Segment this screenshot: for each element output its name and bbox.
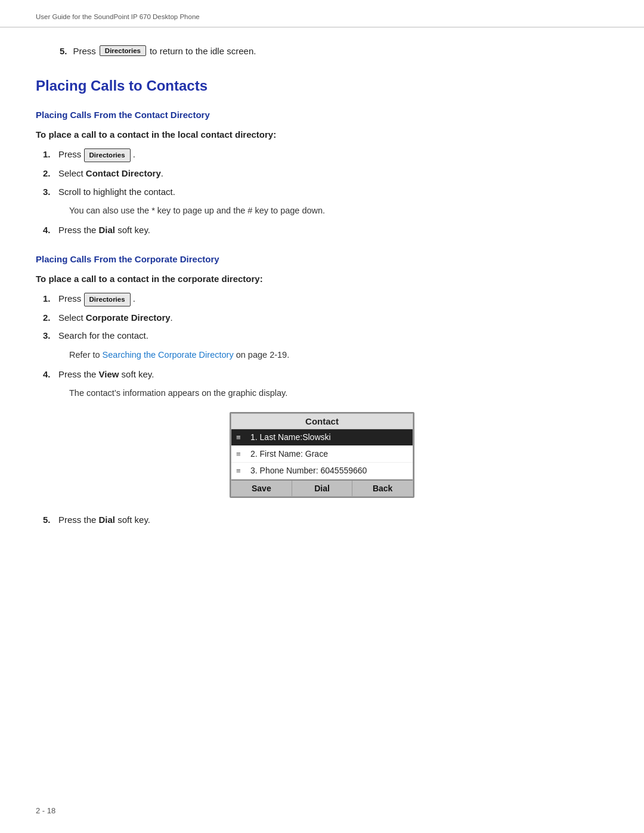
step-corp2-text: Select	[58, 312, 86, 323]
step-corp3-text: Search for the contact.	[58, 329, 148, 343]
phone-title-bar: Contact	[231, 414, 413, 429]
phone-rows: ≡ 1. Last Name:Slowski ≡ 2. First Name: …	[231, 429, 413, 479]
subsection-contact-directory: Placing Calls From the Contact Directory…	[36, 110, 608, 237]
step-c1-before: Press	[58, 149, 81, 159]
directories-button-corp1[interactable]: Directories	[84, 293, 131, 306]
section-title: Placing Calls to Contacts	[36, 78, 608, 94]
note-corp-before: Refer to	[69, 350, 103, 360]
after-note-text: The contact’s information appears on the…	[36, 387, 608, 400]
step4-list-contact: 4. Press the Dial soft key.	[36, 224, 608, 237]
step-num-corp4: 4.	[43, 368, 54, 382]
step-num-c1: 1.	[43, 148, 54, 162]
page-header: User Guide for the SoundPoint IP 670 Des…	[0, 0, 644, 27]
top-step-number: 5.	[60, 46, 67, 56]
step-c2-after: .	[161, 168, 163, 178]
instruction-corporate: To place a call to a contact in the corp…	[36, 274, 608, 284]
page-wrapper: User Guide for the SoundPoint IP 670 Des…	[0, 0, 644, 833]
content-area: 5. Press Directories to return to the id…	[0, 27, 644, 567]
final-step-bold: Dial	[99, 515, 116, 525]
step4-list-corp: 4. Press the View soft key.	[36, 368, 608, 382]
step-num-c4: 4.	[43, 224, 54, 237]
top-step-after: to return to the idle screen.	[150, 46, 256, 56]
page-number: 2 - 18	[36, 806, 55, 815]
softkey-back[interactable]: Back	[352, 481, 413, 496]
phone-row-text-3: 3. Phone Number: 6045559660	[250, 466, 367, 475]
step-corp1-before: Press	[58, 293, 81, 304]
final-step-5: 5. Press the Dial soft key.	[36, 513, 608, 527]
step-corp4-after: soft key.	[119, 369, 154, 379]
phone-row-3: ≡ 3. Phone Number: 6045559660	[231, 463, 413, 479]
subsection-content-corporate: To place a call to a contact in the corp…	[36, 274, 608, 527]
note-corp-on-page: on page	[234, 350, 270, 360]
step-c4-after: soft key.	[115, 225, 150, 235]
step-corp2-after: .	[171, 312, 173, 323]
step-corp-4: 4. Press the View soft key.	[36, 368, 608, 382]
top-step-press: Press	[73, 46, 96, 56]
final-step-before: Press the	[58, 515, 99, 525]
step-contact-3: 3. Scroll to highlight the contact.	[36, 185, 608, 199]
phone-screen-container: Contact ≡ 1. Last Name:Slowski ≡	[36, 412, 608, 498]
step-c3-text: Scroll to highlight the contact.	[58, 185, 175, 199]
phone-screen: Contact ≡ 1. Last Name:Slowski ≡	[230, 412, 414, 498]
phone-row-1: ≡ 1. Last Name:Slowski	[231, 429, 413, 446]
phone-row-text-2: 2. First Name: Grace	[250, 449, 328, 459]
step-corp4-bold: View	[99, 369, 119, 379]
step-num-corp2: 2.	[43, 311, 54, 325]
phone-row-icon-1: ≡	[236, 433, 247, 442]
step-num-c2: 2.	[43, 167, 54, 181]
final-step-after: soft key.	[115, 515, 150, 525]
step-c4-before: Press the	[58, 225, 99, 235]
header-text: User Guide for the SoundPoint IP 670 Des…	[36, 13, 200, 20]
subsection-content-contact: To place a call to a contact in the loca…	[36, 129, 608, 237]
note-contact: You can also use the * key to page up an…	[36, 205, 608, 218]
subsection-corporate-directory: Placing Calls From the Corporate Directo…	[36, 254, 608, 527]
phone-row-icon-3: ≡	[236, 466, 247, 475]
subsection-title-corporate: Placing Calls From the Corporate Directo…	[36, 254, 608, 264]
steps-list-contact: 1. Press Directories . 2. Select Contact…	[36, 148, 608, 199]
phone-row-2: ≡ 2. First Name: Grace	[231, 446, 413, 463]
subsection-title-contact: Placing Calls From the Contact Directory	[36, 110, 608, 120]
final-step-num: 5.	[43, 513, 54, 527]
note-corp-link[interactable]: Searching the Corporate Directory	[103, 350, 234, 360]
step-contact-1: 1. Press Directories .	[36, 148, 608, 162]
step-contact-4: 4. Press the Dial soft key.	[36, 224, 608, 237]
phone-row-icon-2: ≡	[236, 450, 247, 459]
note-corp-page: 2-19	[270, 350, 287, 360]
step-corp-3: 3. Search for the contact.	[36, 329, 608, 343]
step-corp4-before: Press the	[58, 369, 99, 379]
note-corporate: Refer to Searching the Corporate Directo…	[36, 349, 608, 362]
softkey-dial[interactable]: Dial	[292, 481, 353, 496]
step-corp-2: 2. Select Corporate Directory.	[36, 311, 608, 325]
step-num-corp3: 3.	[43, 329, 54, 343]
step-c2-bold: Contact Directory	[86, 168, 161, 178]
top-step-5: 5. Press Directories to return to the id…	[60, 45, 608, 56]
step-corp2-bold: Corporate Directory	[86, 312, 171, 323]
step-corp-1: 1. Press Directories .	[36, 292, 608, 306]
phone-row-text-1: 1. Last Name:Slowski	[250, 432, 331, 442]
step-num-corp1: 1.	[43, 292, 54, 306]
step-c2-text: Select	[58, 168, 86, 178]
steps-list-corporate: 1. Press Directories . 2. Select Corpora…	[36, 292, 608, 343]
step-corp1-after: .	[133, 293, 135, 304]
step-c4-bold: Dial	[99, 225, 116, 235]
final-step-list: 5. Press the Dial soft key.	[36, 513, 608, 527]
phone-screen-inner: Contact ≡ 1. Last Name:Slowski ≡	[231, 413, 413, 497]
step-num-c3: 3.	[43, 185, 54, 199]
top-directories-button[interactable]: Directories	[100, 45, 146, 56]
phone-softkeys: Save Dial Back	[231, 479, 413, 496]
directories-button-c1[interactable]: Directories	[84, 148, 131, 162]
step-c1-after: .	[133, 149, 135, 159]
softkey-save[interactable]: Save	[231, 481, 292, 496]
page-footer: 2 - 18	[36, 806, 55, 815]
step-contact-2: 2. Select Contact Directory.	[36, 167, 608, 181]
instruction-local: To place a call to a contact in the loca…	[36, 129, 608, 140]
